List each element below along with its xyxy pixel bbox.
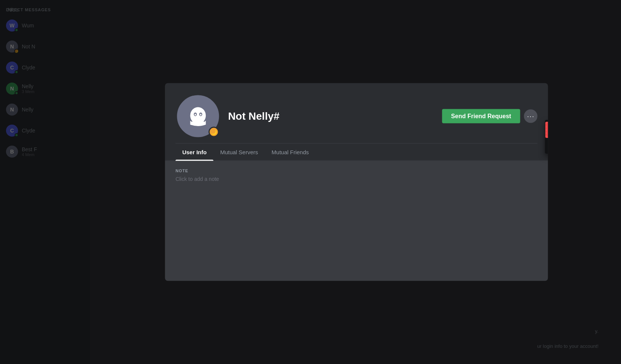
svg-point-5	[200, 114, 202, 116]
tab-mutual-friends[interactable]: Mutual Friends	[265, 144, 315, 161]
note-input[interactable]: Click to add a note	[175, 176, 537, 182]
profile-tabs: User Info Mutual Servers Mutual Friends	[165, 144, 548, 161]
tab-user-info[interactable]: User Info	[175, 144, 213, 161]
profile-content: NOTE Click to add a note	[165, 161, 548, 281]
profile-header: 🌙 Not Nelly# Send Friend Request ⋯ Block…	[165, 83, 548, 139]
ellipsis-icon: ⋯	[527, 112, 534, 121]
profile-username: Not Nelly#	[228, 110, 279, 122]
profile-actions: Send Friend Request ⋯ Block Message	[442, 109, 537, 123]
profile-avatar-wrap: 🌙	[175, 94, 220, 139]
more-button-wrap: ⋯ Block Message	[524, 110, 537, 123]
svg-point-4	[194, 114, 196, 116]
discord-ghost-icon	[183, 101, 213, 131]
dropdown-menu: Block Message	[545, 120, 548, 154]
more-options-button[interactable]: ⋯	[524, 110, 537, 123]
note-label: NOTE	[175, 168, 537, 173]
message-button[interactable]: Message	[545, 138, 548, 152]
block-button[interactable]: Block	[546, 122, 548, 138]
tab-mutual-servers[interactable]: Mutual Servers	[213, 144, 265, 161]
status-moon-badge: 🌙	[208, 127, 219, 137]
profile-info: Not Nelly#	[228, 110, 434, 122]
send-friend-request-button[interactable]: Send Friend Request	[442, 109, 520, 123]
profile-modal: 🌙 Not Nelly# Send Friend Request ⋯ Block…	[165, 83, 548, 281]
